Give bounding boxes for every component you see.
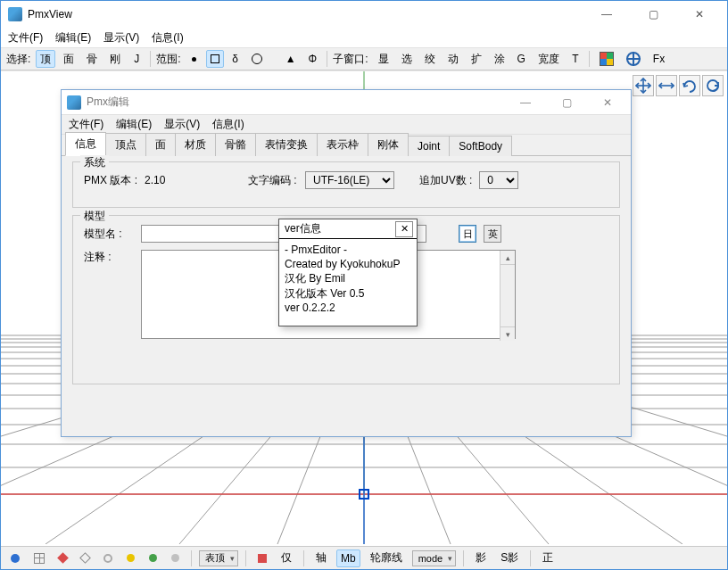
- sb-surface-dd[interactable]: 表顶: [199, 550, 238, 566]
- tab-softbody[interactable]: SoftBody: [449, 136, 512, 156]
- select-rigid[interactable]: 刚: [105, 50, 125, 68]
- child-label: 子窗口:: [333, 52, 368, 67]
- pan-handle-icon[interactable]: [633, 75, 654, 96]
- sb-axis[interactable]: 轴: [311, 549, 331, 567]
- select-bone[interactable]: 骨: [82, 50, 102, 68]
- legend-model: 模型: [80, 209, 109, 224]
- select-face[interactable]: 面: [59, 50, 79, 68]
- menu-edit[interactable]: 编辑(E): [116, 117, 152, 132]
- tab-material[interactable]: 材质: [175, 133, 216, 156]
- ver-body: - PmxEditor - Created by KyokuhokuP 汉化 B…: [279, 239, 417, 326]
- child-1[interactable]: 选: [397, 50, 417, 68]
- child-7[interactable]: 宽度: [534, 50, 564, 68]
- model-name-label: 模型名 :: [84, 227, 134, 242]
- fx-button[interactable]: Fx: [649, 50, 669, 68]
- encoding-label: 文字编码 :: [248, 173, 298, 188]
- app-icon: [67, 95, 81, 110]
- statusbar: 表顶 仅 轴 Mb 轮廓线 mode 影 S影 正: [1, 546, 727, 569]
- pmxedit-close[interactable]: ✕: [590, 92, 625, 113]
- range-delta[interactable]: δ: [228, 50, 244, 68]
- sb-dot-yellow[interactable]: [122, 549, 139, 567]
- origin-marker: [359, 489, 369, 500]
- menu-view[interactable]: 显示(V): [164, 117, 200, 132]
- tab-vertex[interactable]: 顶点: [105, 133, 146, 156]
- pmxedit-minimize[interactable]: —: [508, 92, 543, 113]
- menu-view[interactable]: 显示(V): [103, 30, 139, 45]
- main-title: PmxView: [28, 8, 72, 21]
- menu-file[interactable]: 文件(F): [8, 30, 43, 45]
- rotate-handle-icon[interactable]: [679, 75, 700, 96]
- tab-face[interactable]: 面: [145, 133, 176, 156]
- scroll-up-icon[interactable]: ▴: [500, 251, 515, 265]
- view-globe[interactable]: [622, 50, 645, 68]
- uv-label: 追加UV数 :: [419, 173, 472, 188]
- main-titlebar: PmxView — ▢ ✕: [1, 1, 727, 28]
- lang-en-button[interactable]: 英: [484, 225, 501, 243]
- child-4[interactable]: 扩: [467, 50, 486, 68]
- sb-sshadow[interactable]: S影: [496, 549, 523, 567]
- tab-bone[interactable]: 骨骼: [215, 133, 256, 156]
- ver-close-button[interactable]: ✕: [395, 221, 413, 237]
- maximize-button[interactable]: ▢: [633, 1, 674, 28]
- tab-info[interactable]: 信息: [65, 132, 106, 156]
- sb-front[interactable]: 正: [538, 549, 558, 567]
- group-system: 系统 PMX 版本 : 2.10 文字编码 : UTF-16(LE) 追加UV数…: [72, 161, 620, 208]
- range-point[interactable]: [186, 50, 203, 68]
- tab-joint[interactable]: Joint: [408, 136, 450, 156]
- app-icon: [8, 7, 22, 21]
- pmxedit-tabs: 信息 顶点 面 材质 骨骼 表情变换 表示枠 刚体 Joint SoftBody: [62, 135, 631, 156]
- sb-mb[interactable]: Mb: [336, 549, 360, 567]
- child-3[interactable]: 动: [443, 50, 463, 68]
- sb-diamond-hollow[interactable]: [77, 549, 94, 567]
- ver-info-modal: ver信息 ✕ - PmxEditor - Created by Kyokuho…: [278, 219, 418, 326]
- sb-dot-grey[interactable]: [167, 549, 184, 567]
- sb-square-red[interactable]: [253, 549, 271, 567]
- sb-mode-dd[interactable]: mode: [412, 550, 457, 566]
- pmx-version-value: 2.10: [145, 174, 198, 186]
- tab-rigid[interactable]: 刚体: [368, 133, 409, 156]
- select-joint[interactable]: J: [128, 50, 145, 68]
- pmxedit-menubar: 文件(F) 编辑(E) 显示(V) 信息(I): [62, 115, 631, 135]
- uv-select[interactable]: 0: [479, 171, 518, 189]
- menu-edit[interactable]: 编辑(E): [55, 30, 91, 45]
- select-vertex[interactable]: 顶: [36, 50, 55, 68]
- sb-shadow[interactable]: 影: [471, 549, 491, 567]
- child-5[interactable]: 涂: [490, 50, 509, 68]
- range-circle[interactable]: [247, 50, 267, 68]
- child-8[interactable]: T: [567, 50, 583, 68]
- ver-title: ver信息: [285, 221, 321, 236]
- sb-outline[interactable]: 轮廓线: [366, 549, 407, 567]
- menu-info[interactable]: 信息(I): [212, 117, 244, 132]
- comment-label: 注释 :: [84, 250, 134, 265]
- range-triangle[interactable]: ▲: [270, 50, 301, 68]
- sb-grid-icon[interactable]: [29, 549, 49, 567]
- close-button[interactable]: ✕: [679, 1, 720, 28]
- sb-dot-blue[interactable]: [6, 549, 24, 567]
- main-menubar: 文件(F) 编辑(E) 显示(V) 信息(I): [1, 28, 727, 47]
- ver-titlebar[interactable]: ver信息 ✕: [279, 219, 417, 239]
- scroll-down-icon[interactable]: ▾: [500, 326, 515, 341]
- sb-ring-grey[interactable]: [99, 549, 117, 567]
- menu-file[interactable]: 文件(F): [69, 117, 103, 132]
- pmx-version-label: PMX 版本 :: [84, 173, 137, 188]
- main-toolbar: 选择: 顶 面 骨 刚 J 范围: δ ▲ Φ 子窗口: 显 选 绞 动 扩 涂…: [1, 47, 727, 70]
- tab-morph[interactable]: 表情变换: [255, 133, 318, 156]
- move-horizontal-icon[interactable]: [656, 75, 677, 96]
- pmxedit-titlebar[interactable]: Pmx编辑 — ▢ ✕: [62, 90, 631, 115]
- minimize-button[interactable]: —: [586, 1, 627, 28]
- pmxedit-maximize[interactable]: ▢: [549, 92, 584, 113]
- range-diamond[interactable]: Φ: [304, 50, 322, 68]
- range-rect[interactable]: [206, 50, 224, 68]
- child-0[interactable]: 显: [374, 50, 393, 68]
- view-quad[interactable]: [595, 50, 618, 68]
- sb-only[interactable]: 仅: [277, 549, 296, 567]
- encoding-select[interactable]: UTF-16(LE): [305, 171, 394, 189]
- tab-display[interactable]: 表示枠: [317, 133, 368, 156]
- sb-dot-green[interactable]: [145, 549, 161, 567]
- orbit-handle-icon[interactable]: [702, 75, 724, 96]
- lang-jp-button[interactable]: 日: [459, 225, 476, 243]
- menu-info[interactable]: 信息(I): [152, 30, 183, 45]
- sb-diamond-red[interactable]: [54, 549, 71, 567]
- child-6[interactable]: G: [513, 50, 530, 68]
- child-2[interactable]: 绞: [420, 50, 440, 68]
